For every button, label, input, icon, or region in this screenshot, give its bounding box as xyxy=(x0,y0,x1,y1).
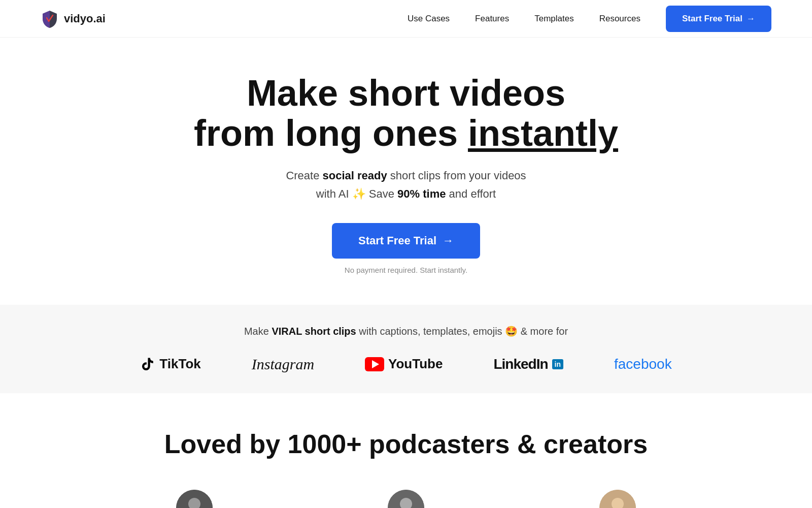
hero-start-trial-button[interactable]: Start Free Trial → xyxy=(332,223,480,259)
testimonial-card-3: " There's no way my team can go back to … xyxy=(524,490,710,508)
navbar: vidyo.ai Use Cases Features Templates Re… xyxy=(0,0,812,38)
platforms-tagline: Make VIRAL short clips with captions, te… xyxy=(41,325,771,337)
platforms-logos: TikTok Instagram YouTube LinkedIn in fac… xyxy=(41,356,771,373)
youtube-logo: YouTube xyxy=(365,356,443,372)
testimonials-title: Loved by 1000+ podcasters & creators xyxy=(41,429,771,459)
linkedin-icon: in xyxy=(552,359,563,369)
nav-resources[interactable]: Resources xyxy=(599,14,640,24)
testimonials-grid: " Creator economy is still tiny - so the… xyxy=(101,490,710,508)
nav-templates[interactable]: Templates xyxy=(534,14,573,24)
logo-link[interactable]: vidyo.ai xyxy=(41,10,106,28)
hero-title: Make short videos from long ones instant… xyxy=(194,73,618,153)
tiktok-logo: TikTok xyxy=(140,356,200,372)
logo-text: vidyo.ai xyxy=(64,12,106,25)
testimonial-card-2: " I am loving this tool! Thank you so mu… xyxy=(313,490,499,508)
facebook-logo: facebook xyxy=(614,356,672,372)
logo-icon xyxy=(41,10,59,28)
testimonial-avatar-1 xyxy=(176,490,213,508)
platforms-section: Make VIRAL short clips with captions, te… xyxy=(0,305,812,393)
testimonial-avatar-2 xyxy=(388,490,424,508)
nav-use-cases[interactable]: Use Cases xyxy=(408,14,450,24)
testimonials-section: Loved by 1000+ podcasters & creators " C… xyxy=(0,393,812,508)
instagram-logo: Instagram xyxy=(252,356,314,373)
hero-note: No payment required. Start instantly. xyxy=(345,266,467,274)
tiktok-icon xyxy=(140,357,155,372)
hero-subtitle: Create social ready short clips from you… xyxy=(286,167,526,202)
linkedin-logo: LinkedIn in xyxy=(493,356,563,372)
testimonial-avatar-3 xyxy=(599,490,636,508)
nav-features[interactable]: Features xyxy=(475,14,509,24)
youtube-icon xyxy=(365,357,384,371)
hero-section: Make short videos from long ones instant… xyxy=(0,38,812,305)
nav-start-trial-button[interactable]: Start Free Trial → xyxy=(666,6,771,32)
testimonial-card-1: " Creator economy is still tiny - so the… xyxy=(101,490,288,508)
nav-links: Use Cases Features Templates Resources S… xyxy=(408,6,771,32)
